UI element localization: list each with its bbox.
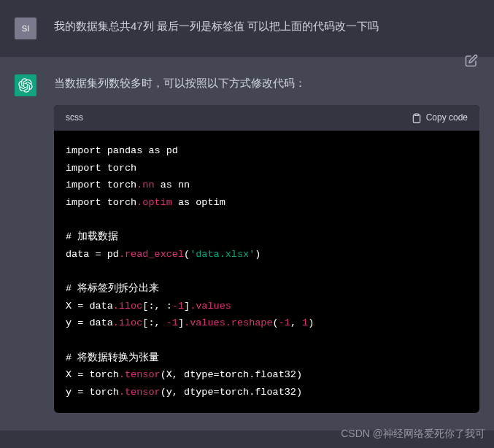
copy-code-label: Copy code (426, 111, 468, 125)
svg-rect-0 (414, 114, 418, 115)
assistant-avatar (15, 74, 36, 96)
code-language-label: scss (66, 111, 83, 125)
assistant-content: 当数据集列数较多时，可以按照以下方式修改代码： scss Copy code i… (54, 74, 479, 413)
user-message: SI 我的数据集总共47列 最后一列是标签值 可以把上面的代码改一下吗 (0, 0, 494, 57)
edit-icon[interactable] (465, 54, 478, 70)
clipboard-icon (412, 113, 422, 123)
user-message-text: 我的数据集总共47列 最后一列是标签值 可以把上面的代码改一下吗 (54, 18, 479, 39)
code-header: scss Copy code (54, 105, 479, 131)
user-avatar: SI (15, 18, 36, 39)
copy-code-button[interactable]: Copy code (412, 111, 468, 125)
assistant-intro-text: 当数据集列数较多时，可以按照以下方式修改代码： (54, 74, 479, 92)
assistant-message: 当数据集列数较多时，可以按照以下方式修改代码： scss Copy code i… (0, 57, 494, 430)
code-block: scss Copy code import pandas as pdimport… (54, 105, 479, 413)
code-body[interactable]: import pandas as pdimport torchimport to… (54, 131, 479, 412)
